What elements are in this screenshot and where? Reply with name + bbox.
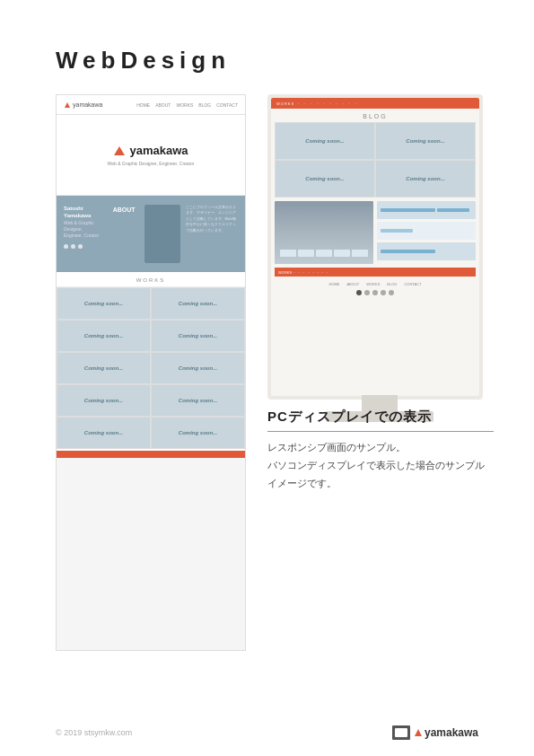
rm-bottom-bar-text: WORKS ・ ・ ・ ・ ・ ・ ・ ・ bbox=[278, 270, 328, 275]
works-cell-1: Coming soon... bbox=[57, 287, 151, 320]
dot-1 bbox=[64, 244, 68, 249]
rm-window-2 bbox=[298, 250, 314, 257]
nav-link-about: ABOUT bbox=[155, 102, 171, 108]
footer-brand-text: yamakawa bbox=[414, 726, 478, 739]
about-text-block: Satoshi Yamakawa Web & Graphic Designer,… bbox=[64, 205, 108, 263]
about-name: Satoshi Yamakawa bbox=[64, 205, 108, 220]
hero-subtitle: Web & Graphic Designer, Engineer, Creato… bbox=[108, 161, 195, 166]
nav-link-blog: BLOG bbox=[198, 102, 211, 108]
hero-logo-icon bbox=[113, 145, 126, 157]
rm-screen-bar-2 bbox=[437, 208, 469, 212]
rm-footer-blog: BLOG bbox=[387, 282, 397, 286]
mockup-nav-links: HOME ABOUT WORKS BLOG CONTACT bbox=[136, 102, 238, 108]
nav-link-works: WORKS bbox=[176, 102, 193, 108]
works-cell-9: Coming soon... bbox=[57, 417, 151, 449]
right-pc-mockup: WORKS ・ ・ ・ ・ ・ ・ ・ ・ ・ ・ BLOG Coming so… bbox=[267, 94, 483, 400]
page-title: WebDesign bbox=[56, 47, 231, 75]
rm-blog-cell-3-text: Coming soon... bbox=[305, 176, 344, 181]
rm-blog-cell-2: Coming soon... bbox=[375, 122, 476, 160]
footer-brand: yamakawa bbox=[392, 725, 478, 740]
about-label-col: ABOUT bbox=[113, 205, 139, 263]
rm-building-windows bbox=[280, 250, 368, 257]
rm-blog-label: BLOG bbox=[271, 109, 479, 122]
mockup-hero: yamakawa Web & Graphic Designer, Enginee… bbox=[57, 115, 245, 196]
works-cell-6-text: Coming soon... bbox=[179, 365, 217, 371]
rm-top-bar-text: WORKS ・ ・ ・ ・ ・ ・ ・ ・ ・ ・ bbox=[276, 101, 358, 106]
rm-window-3 bbox=[316, 250, 332, 257]
rm-blog-cell-1-text: Coming soon... bbox=[305, 138, 344, 144]
rm-footer-home: HOME bbox=[328, 282, 339, 286]
works-cell-1-text: Coming soon... bbox=[84, 301, 123, 306]
hero-logo-text: yamakawa bbox=[129, 144, 188, 157]
about-photo bbox=[144, 205, 180, 263]
works-cell-8: Coming soon... bbox=[151, 384, 245, 417]
rm-blog-cell-1: Coming soon... bbox=[275, 122, 375, 160]
svg-marker-1 bbox=[114, 146, 125, 155]
works-cell-5: Coming soon... bbox=[57, 352, 151, 384]
works-cell-2-text: Coming soon... bbox=[179, 301, 217, 306]
rm-blog-cell-2-text: Coming soon... bbox=[406, 138, 444, 144]
rm-page-dot-4 bbox=[381, 290, 386, 295]
works-cell-6: Coming soon... bbox=[151, 352, 245, 384]
footer: © 2019 stsymkw.com yamakawa bbox=[0, 725, 534, 740]
rm-screen-2 bbox=[377, 222, 476, 240]
rm-footer-nav: HOME ABOUT WORKS BLOG CONTACT bbox=[271, 278, 479, 290]
pc-screen-inner: WORKS ・ ・ ・ ・ ・ ・ ・ ・ ・ ・ BLOG Coming so… bbox=[271, 98, 479, 396]
svg-marker-2 bbox=[415, 729, 422, 736]
rm-blog-cell-4: Coming soon... bbox=[375, 160, 476, 198]
dot-3 bbox=[78, 244, 83, 249]
works-cell-2: Coming soon... bbox=[151, 287, 245, 320]
svg-marker-0 bbox=[65, 102, 70, 108]
description-section: PCディスプレイでの表示 レスポンシブ画面のサンプル。 パソコンディスプレイで表… bbox=[267, 409, 494, 492]
works-cell-3: Coming soon... bbox=[57, 320, 151, 352]
about-desc: ここにプロフィール文章が入ります。デザイナー、エンジニアとして活動しています。W… bbox=[186, 205, 238, 263]
desc-line-1: レスポンシブ画面のサンプル。 bbox=[267, 442, 406, 453]
rm-blog-cell-3: Coming soon... bbox=[275, 160, 375, 198]
works-cell-5-text: Coming soon... bbox=[84, 365, 123, 371]
footer-copyright: © 2019 stsymkw.com bbox=[56, 728, 132, 737]
rm-page-dot-5 bbox=[389, 290, 394, 295]
hero-logo: yamakawa bbox=[113, 144, 188, 157]
footer-brand-icon-inner bbox=[395, 728, 407, 737]
about-label: ABOUT bbox=[113, 207, 136, 213]
yamakawa-logo-icon bbox=[64, 101, 71, 109]
works-bottom-accent bbox=[57, 451, 245, 458]
rm-window-4 bbox=[334, 250, 350, 257]
footer-brand-icon bbox=[392, 725, 410, 740]
mockup-nav: yamakawa HOME ABOUT WORKS BLOG CONTACT bbox=[57, 95, 245, 115]
rm-blog-cell-4-text: Coming soon... bbox=[406, 176, 444, 181]
works-cell-4-text: Coming soon... bbox=[179, 333, 217, 338]
works-cell-3-text: Coming soon... bbox=[84, 333, 123, 338]
rm-building-section bbox=[275, 201, 476, 264]
rm-page-dot-2 bbox=[364, 290, 370, 295]
about-desc-text: ここにプロフィール文章が入ります。デザイナー、エンジニアとして活動しています。W… bbox=[186, 205, 238, 233]
rm-footer-about: ABOUT bbox=[346, 282, 359, 286]
rm-page-dot-1 bbox=[356, 290, 362, 295]
works-cell-10-text: Coming soon... bbox=[179, 430, 217, 435]
mockup-works-section: WORKS Coming soon... Coming soon... Comi… bbox=[57, 272, 245, 458]
works-label: WORKS bbox=[57, 272, 245, 287]
works-cell-4: Coming soon... bbox=[151, 320, 245, 352]
rm-screen-bar-4 bbox=[381, 250, 435, 253]
rm-bottom-bar: WORKS ・ ・ ・ ・ ・ ・ ・ ・ bbox=[275, 268, 476, 277]
dot-2 bbox=[71, 244, 75, 249]
works-cell-7: Coming soon... bbox=[57, 384, 151, 417]
works-grid: Coming soon... Coming soon... Coming soo… bbox=[57, 287, 245, 449]
nav-link-home: HOME bbox=[136, 102, 150, 108]
rm-screen-1 bbox=[377, 201, 476, 219]
footer-triangle-icon bbox=[414, 728, 423, 737]
left-website-mockup: yamakawa HOME ABOUT WORKS BLOG CONTACT y… bbox=[56, 94, 246, 651]
rm-blog-grid: Coming soon... Coming soon... Coming soo… bbox=[275, 122, 476, 198]
rm-building-image bbox=[275, 201, 373, 264]
rm-window-5 bbox=[352, 250, 368, 257]
footer-brand-name: yamakawa bbox=[425, 726, 478, 739]
rm-screen-bar-1 bbox=[381, 208, 435, 212]
works-cell-8-text: Coming soon... bbox=[179, 398, 217, 403]
mockup-about-section: Satoshi Yamakawa Web & Graphic Designer,… bbox=[57, 196, 245, 272]
about-title: Web & Graphic Designer,Engineer, Creator bbox=[64, 220, 108, 239]
rm-window-1 bbox=[280, 250, 296, 257]
about-dots bbox=[64, 244, 108, 249]
rm-footer-contact: CONTACT bbox=[404, 282, 421, 286]
rm-screen-3 bbox=[377, 242, 476, 260]
rm-page-dot-3 bbox=[372, 290, 378, 295]
